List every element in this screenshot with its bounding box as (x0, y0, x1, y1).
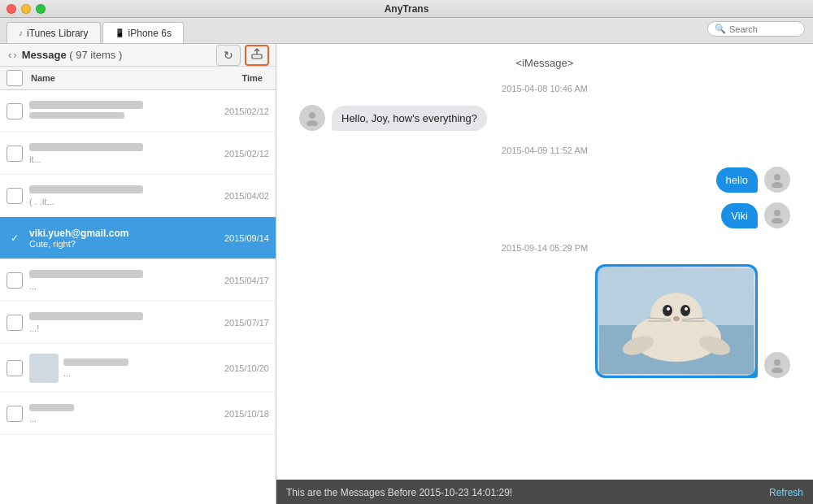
msg-time: 2015/02/12 (220, 106, 269, 116)
avatar (764, 352, 790, 378)
msg-info: ... (29, 404, 220, 424)
maximize-button[interactable] (36, 4, 46, 14)
section-title: Message (22, 49, 67, 61)
bottom-bar-text: This are the Messages Before 2015-10-23 … (286, 487, 761, 498)
list-item[interactable]: ... 2015/04/17 (0, 259, 276, 302)
forward-arrow-icon[interactable]: › (13, 49, 16, 61)
chat-bubble-row-outgoing: hello (293, 167, 797, 193)
blurred-sender (29, 404, 74, 411)
right-toolbar: ↻ (216, 45, 269, 66)
bottom-bar: This are the Messages Before 2015-10-23 … (276, 480, 813, 504)
msg-time: 2015/04/17 (220, 276, 269, 285)
message-list: 2015/02/12 it... 2015/02/12 ( . .it... 2… (0, 90, 276, 504)
sync-icon: ↻ (224, 49, 233, 62)
msg-info: it... (29, 143, 220, 164)
blurred-sender (29, 101, 143, 109)
column-name-header: Name (31, 73, 196, 83)
avatar (299, 105, 325, 131)
close-button[interactable] (7, 4, 16, 14)
chat-timestamp: 2015-04-09 11:52 AM (293, 146, 797, 155)
svg-point-13 (680, 305, 690, 316)
chat-bubble-row-incoming: Hello, Joy, how's everything? (293, 105, 797, 131)
iphone-icon: 📱 (115, 28, 124, 37)
select-all-checkbox[interactable] (7, 70, 23, 86)
search-input[interactable] (729, 24, 794, 34)
row-checkbox[interactable] (7, 188, 23, 204)
list-item[interactable]: it... 2015/02/12 (0, 133, 276, 175)
minimize-button[interactable] (21, 4, 31, 14)
export-button[interactable] (245, 45, 269, 66)
back-arrow-icon[interactable]: ‹ (8, 49, 11, 61)
msg-time: 2015/10/20 (220, 363, 269, 373)
chat-bubble: hello (716, 167, 758, 193)
tab-bar: ♪ iTunes Library 📱 iPhone 6s 🔍 (0, 18, 813, 44)
chat-area: <iMessage> 2015-04-08 10:46 AM Hello, Jo… (276, 44, 813, 480)
row-checkbox[interactable] (7, 360, 23, 376)
svg-point-24 (772, 367, 783, 373)
refresh-button[interactable]: Refresh (769, 487, 803, 498)
msg-time: 2015/02/12 (220, 149, 269, 159)
row-checkbox[interactable] (7, 406, 23, 422)
image-bubble (595, 264, 758, 378)
blurred-sender (63, 358, 128, 366)
msg-time: 2015/09/14 (220, 233, 269, 243)
svg-point-5 (772, 182, 783, 188)
svg-point-16 (673, 316, 680, 321)
list-item[interactable]: viki.yueh@gmail.com Cute, right? 2015/09… (0, 217, 276, 259)
chat-image (598, 267, 755, 376)
table-header: Name Time (0, 67, 276, 90)
chat-bubble: Viki (721, 203, 758, 228)
blurred-sender (29, 143, 143, 151)
blurred-sender (29, 185, 143, 193)
msg-info: ...! (29, 312, 220, 333)
msg-preview-text: it... (29, 154, 220, 164)
tab-itunes-label: iTunes Library (27, 28, 89, 39)
list-item[interactable]: ...! 2015/07/17 (0, 302, 276, 344)
list-item[interactable]: ( . .it... 2015/04/02 (0, 175, 276, 217)
msg-info: viki.yueh@gmail.com Cute, right? (29, 228, 220, 249)
tab-itunes[interactable]: ♪ iTunes Library (7, 22, 101, 43)
msg-info: ( . .it... (29, 185, 220, 206)
chat-service-label: <iMessage> (293, 57, 797, 69)
blurred-sender (29, 270, 143, 278)
list-item[interactable]: ... 2015/10/20 (0, 344, 276, 393)
chat-bubble-row-image (293, 264, 797, 378)
svg-point-6 (774, 210, 780, 216)
msg-sender: viki.yueh@gmail.com (29, 228, 220, 239)
list-item[interactable]: 2015/02/12 (0, 90, 276, 133)
search-bar[interactable]: 🔍 (707, 21, 805, 37)
tab-iphone[interactable]: 📱 iPhone 6s (102, 22, 184, 43)
title-bar: AnyTrans (0, 0, 813, 18)
svg-point-14 (667, 307, 670, 311)
msg-preview: Cute, right? (29, 239, 220, 249)
left-header: ‹ › Message ( 97 items ) ↻ (0, 44, 276, 67)
row-checkbox[interactable] (7, 146, 23, 162)
chat-timestamp: 2015-09-14 05:29 PM (293, 243, 797, 253)
row-checkbox[interactable] (7, 103, 23, 119)
chat-bubble-row-outgoing: Viki (293, 202, 797, 228)
avatar (764, 167, 790, 193)
blurred-preview (29, 112, 124, 119)
svg-rect-0 (252, 54, 262, 59)
msg-info: ... (29, 270, 220, 291)
list-item[interactable]: ... 2015/10/18 (0, 393, 276, 435)
svg-point-4 (774, 174, 780, 180)
nav-arrows: ‹ › (8, 49, 17, 61)
chat-bubble: Hello, Joy, how's everything? (332, 106, 487, 131)
sync-button[interactable]: ↻ (216, 45, 241, 66)
svg-point-11 (650, 293, 702, 338)
msg-time: 2015/07/17 (220, 318, 269, 328)
msg-time: 2015/10/18 (220, 409, 269, 419)
row-checkbox[interactable] (7, 315, 23, 331)
export-icon (251, 48, 263, 62)
main-content: ‹ › Message ( 97 items ) ↻ (0, 44, 813, 504)
svg-point-23 (774, 359, 780, 366)
music-icon: ♪ (19, 28, 23, 37)
svg-point-2 (309, 112, 315, 119)
msg-preview-text: ... (29, 281, 220, 291)
right-panel: <iMessage> 2015-04-08 10:46 AM Hello, Jo… (276, 44, 813, 504)
row-checkbox[interactable] (7, 230, 23, 246)
app-title: AnyTrans (385, 3, 429, 15)
row-checkbox[interactable] (7, 272, 23, 289)
blurred-sender (29, 312, 143, 320)
